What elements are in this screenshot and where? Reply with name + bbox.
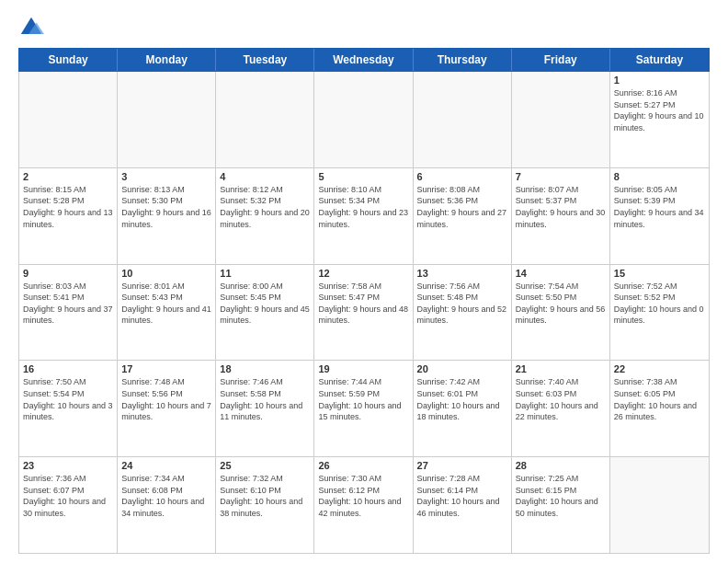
day-number: 3 — [121, 171, 211, 182]
cell-info: Sunrise: 7:58 AM Sunset: 5:47 PM Dayligh… — [318, 281, 408, 327]
cal-cell — [414, 72, 512, 167]
week-row-4: 16Sunrise: 7:50 AM Sunset: 5:54 PM Dayli… — [19, 361, 709, 457]
cell-info: Sunrise: 8:03 AM Sunset: 5:41 PM Dayligh… — [23, 281, 113, 327]
cal-cell: 2Sunrise: 8:15 AM Sunset: 5:28 PM Daylig… — [19, 168, 118, 264]
day-number: 27 — [417, 460, 507, 471]
header-day-saturday: Saturday — [610, 49, 709, 71]
cell-info: Sunrise: 8:13 AM Sunset: 5:30 PM Dayligh… — [121, 184, 211, 230]
cal-cell: 18Sunrise: 7:46 AM Sunset: 5:58 PM Dayli… — [216, 361, 314, 456]
cell-info: Sunrise: 8:00 AM Sunset: 5:45 PM Dayligh… — [220, 281, 310, 327]
day-number: 17 — [121, 363, 211, 374]
day-number: 19 — [318, 363, 408, 374]
day-number: 9 — [23, 268, 113, 279]
cal-cell: 20Sunrise: 7:42 AM Sunset: 6:01 PM Dayli… — [414, 361, 512, 456]
week-row-5: 23Sunrise: 7:36 AM Sunset: 6:07 PM Dayli… — [19, 457, 709, 553]
cell-info: Sunrise: 7:30 AM Sunset: 6:12 PM Dayligh… — [318, 473, 408, 519]
cal-cell: 26Sunrise: 7:30 AM Sunset: 6:12 PM Dayli… — [314, 457, 413, 553]
week-row-1: 1Sunrise: 8:16 AM Sunset: 5:27 PM Daylig… — [19, 72, 709, 168]
cell-info: Sunrise: 7:38 AM Sunset: 6:05 PM Dayligh… — [614, 376, 705, 422]
cal-cell — [19, 72, 118, 167]
cal-cell: 16Sunrise: 7:50 AM Sunset: 5:54 PM Dayli… — [19, 361, 118, 456]
cal-cell: 19Sunrise: 7:44 AM Sunset: 5:59 PM Dayli… — [314, 361, 413, 456]
cal-cell: 8Sunrise: 8:05 AM Sunset: 5:39 PM Daylig… — [610, 168, 709, 264]
day-number: 10 — [121, 268, 211, 279]
cal-cell: 24Sunrise: 7:34 AM Sunset: 6:08 PM Dayli… — [118, 457, 216, 553]
cell-info: Sunrise: 8:08 AM Sunset: 5:36 PM Dayligh… — [417, 184, 507, 230]
day-number: 1 — [614, 75, 705, 86]
header-day-tuesday: Tuesday — [216, 49, 314, 71]
cell-info: Sunrise: 7:48 AM Sunset: 5:56 PM Dayligh… — [121, 376, 211, 422]
cell-info: Sunrise: 7:56 AM Sunset: 5:48 PM Dayligh… — [417, 281, 507, 327]
cell-info: Sunrise: 7:40 AM Sunset: 6:03 PM Dayligh… — [516, 376, 606, 422]
cell-info: Sunrise: 7:34 AM Sunset: 6:08 PM Dayligh… — [121, 473, 211, 519]
cell-info: Sunrise: 8:01 AM Sunset: 5:43 PM Dayligh… — [121, 281, 211, 327]
day-number: 23 — [23, 460, 113, 471]
cell-info: Sunrise: 7:36 AM Sunset: 6:07 PM Dayligh… — [23, 473, 113, 519]
cal-cell: 22Sunrise: 7:38 AM Sunset: 6:05 PM Dayli… — [610, 361, 709, 456]
cal-cell: 27Sunrise: 7:28 AM Sunset: 6:14 PM Dayli… — [414, 457, 512, 553]
cal-cell — [118, 72, 216, 167]
cal-cell — [610, 457, 709, 553]
cell-info: Sunrise: 8:15 AM Sunset: 5:28 PM Dayligh… — [23, 184, 113, 230]
cal-cell: 3Sunrise: 8:13 AM Sunset: 5:30 PM Daylig… — [118, 168, 216, 264]
day-number: 26 — [318, 460, 408, 471]
cal-cell: 15Sunrise: 7:52 AM Sunset: 5:52 PM Dayli… — [610, 265, 709, 361]
logo — [18, 15, 46, 40]
header-day-sunday: Sunday — [19, 49, 118, 71]
day-number: 12 — [318, 268, 408, 279]
day-number: 16 — [23, 363, 113, 374]
cell-info: Sunrise: 7:46 AM Sunset: 5:58 PM Dayligh… — [220, 376, 310, 422]
cal-cell: 7Sunrise: 8:07 AM Sunset: 5:37 PM Daylig… — [512, 168, 610, 264]
cal-cell: 11Sunrise: 8:00 AM Sunset: 5:45 PM Dayli… — [216, 265, 314, 361]
cell-info: Sunrise: 7:44 AM Sunset: 5:59 PM Dayligh… — [318, 376, 408, 422]
cal-cell: 13Sunrise: 7:56 AM Sunset: 5:48 PM Dayli… — [414, 265, 512, 361]
header-day-thursday: Thursday — [414, 49, 512, 71]
cal-cell — [216, 72, 314, 167]
cell-info: Sunrise: 7:28 AM Sunset: 6:14 PM Dayligh… — [417, 473, 507, 519]
cell-info: Sunrise: 7:52 AM Sunset: 5:52 PM Dayligh… — [614, 281, 705, 327]
cal-cell: 17Sunrise: 7:48 AM Sunset: 5:56 PM Dayli… — [118, 361, 216, 456]
cal-cell: 1Sunrise: 8:16 AM Sunset: 5:27 PM Daylig… — [610, 72, 709, 167]
cal-cell: 10Sunrise: 8:01 AM Sunset: 5:43 PM Dayli… — [118, 265, 216, 361]
day-number: 11 — [220, 268, 310, 279]
cell-info: Sunrise: 7:25 AM Sunset: 6:15 PM Dayligh… — [516, 473, 606, 519]
calendar-body: 1Sunrise: 8:16 AM Sunset: 5:27 PM Daylig… — [18, 72, 710, 554]
header-day-friday: Friday — [512, 49, 610, 71]
day-number: 15 — [614, 268, 705, 279]
header-day-monday: Monday — [118, 49, 216, 71]
day-number: 4 — [220, 171, 310, 182]
cal-cell: 28Sunrise: 7:25 AM Sunset: 6:15 PM Dayli… — [512, 457, 610, 553]
day-number: 18 — [220, 363, 310, 374]
cell-info: Sunrise: 7:42 AM Sunset: 6:01 PM Dayligh… — [417, 376, 507, 422]
cell-info: Sunrise: 8:16 AM Sunset: 5:27 PM Dayligh… — [614, 87, 705, 133]
calendar-header: SundayMondayTuesdayWednesdayThursdayFrid… — [18, 48, 710, 72]
day-number: 20 — [417, 363, 507, 374]
day-number: 5 — [318, 171, 408, 182]
day-number: 8 — [614, 171, 705, 182]
day-number: 7 — [516, 171, 606, 182]
day-number: 6 — [417, 171, 507, 182]
cell-info: Sunrise: 8:12 AM Sunset: 5:32 PM Dayligh… — [220, 184, 310, 230]
week-row-3: 9Sunrise: 8:03 AM Sunset: 5:41 PM Daylig… — [19, 265, 709, 362]
cal-cell: 21Sunrise: 7:40 AM Sunset: 6:03 PM Dayli… — [512, 361, 610, 456]
cell-info: Sunrise: 8:07 AM Sunset: 5:37 PM Dayligh… — [516, 184, 606, 230]
cal-cell: 4Sunrise: 8:12 AM Sunset: 5:32 PM Daylig… — [216, 168, 314, 264]
cal-cell: 12Sunrise: 7:58 AM Sunset: 5:47 PM Dayli… — [314, 265, 413, 361]
cell-info: Sunrise: 7:32 AM Sunset: 6:10 PM Dayligh… — [220, 473, 310, 519]
header-day-wednesday: Wednesday — [314, 49, 413, 71]
cal-cell: 14Sunrise: 7:54 AM Sunset: 5:50 PM Dayli… — [512, 265, 610, 361]
day-number: 24 — [121, 460, 211, 471]
cell-info: Sunrise: 7:54 AM Sunset: 5:50 PM Dayligh… — [516, 281, 606, 327]
logo-icon — [18, 15, 44, 40]
day-number: 14 — [516, 268, 606, 279]
day-number: 13 — [417, 268, 507, 279]
header — [18, 15, 710, 40]
cal-cell — [512, 72, 610, 167]
cal-cell — [314, 72, 413, 167]
cal-cell: 6Sunrise: 8:08 AM Sunset: 5:36 PM Daylig… — [414, 168, 512, 264]
day-number: 25 — [220, 460, 310, 471]
calendar: SundayMondayTuesdayWednesdayThursdayFrid… — [18, 48, 710, 554]
cal-cell: 23Sunrise: 7:36 AM Sunset: 6:07 PM Dayli… — [19, 457, 118, 553]
day-number: 21 — [516, 363, 606, 374]
cal-cell: 9Sunrise: 8:03 AM Sunset: 5:41 PM Daylig… — [19, 265, 118, 361]
